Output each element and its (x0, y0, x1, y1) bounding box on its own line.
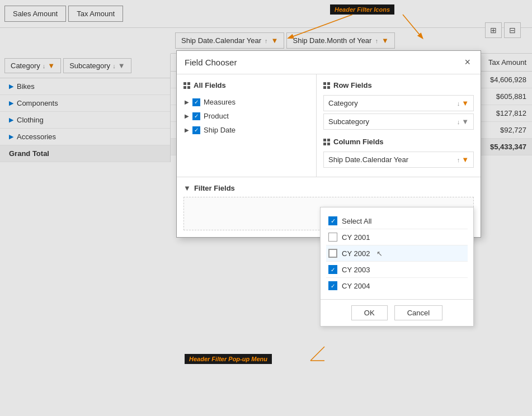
fc-all-fields-title: All Fields (183, 81, 309, 89)
fc-col-fields-section: Column Fields Ship Date.Calendar Year ↑ … (323, 138, 474, 168)
filter-label-cy2004: CY 2004 (342, 282, 370, 290)
sort-icon-rs: ↓ (457, 119, 460, 125)
pivot-area: Sales Amount Tax Amount Ship Date.Calend… (0, 0, 532, 416)
fc-row-subcategory-label: Subcategory (328, 117, 369, 126)
expand-tri-shipdate: ▶ (185, 127, 189, 133)
filter-label-cy2002: CY 2002 (342, 249, 370, 258)
fc-row-field-category[interactable]: Category ↓ ▼ (323, 95, 474, 111)
fc-col-shipdate-label: Ship Date.Calendar Year (328, 155, 408, 164)
fc-row-category-label: Category (328, 99, 358, 107)
filter-cb-cy2003[interactable]: ✓ (328, 265, 337, 274)
fc-row-subcategory-sort-filter: ↓ ▼ (457, 117, 469, 126)
fc-row-category-sort-filter: ↓ ▼ (457, 99, 469, 107)
fc-fields-right: Row Fields Category ↓ ▼ Subcategory ↓ (317, 74, 481, 177)
fc-header: Field Chooser × (177, 51, 481, 74)
fc-field-measures-label: Measures (204, 98, 236, 106)
filter-popup-inner: ✓ Select All CY 2001 CY 2002 ↖ ✓ CY 2003… (321, 207, 473, 299)
filter-ok-button[interactable]: OK (351, 305, 388, 320)
cursor-indicator: ↖ (376, 249, 383, 258)
fc-field-shipdate[interactable]: ▶ ✓ Ship Date (183, 123, 309, 137)
filter-cb-select-all[interactable]: ✓ (328, 216, 337, 225)
fc-cb-product[interactable]: ✓ (192, 112, 200, 120)
all-fields-grid-icon (183, 82, 190, 89)
fc-row-fields-title: Row Fields (323, 81, 474, 89)
expand-tri-measures: ▶ (185, 99, 189, 105)
filter-label-cy2001: CY 2001 (342, 233, 370, 242)
filter-popup-footer: OK Cancel (321, 299, 473, 326)
header-filter-popup-annotation: Header Filter Pop-up Menu (185, 354, 272, 364)
fc-field-product[interactable]: ▶ ✓ Product (183, 109, 309, 123)
fc-row-fields-section: Row Fields Category ↓ ▼ Subcategory ↓ (323, 81, 474, 130)
row-fields-grid-icon (323, 82, 330, 89)
fc-title: Field Chooser (185, 58, 237, 67)
sort-icon-rc: ↓ (457, 100, 460, 107)
sort-icon-cf: ↑ (457, 157, 460, 163)
fc-col-fields-title: Column Fields (323, 138, 474, 146)
filter-label-cy2003: CY 2003 (342, 266, 370, 274)
fc-col-field-shipdate-calendar-year[interactable]: Ship Date.Calendar Year ↑ ▼ (323, 152, 474, 168)
fc-filter-label: ▼ Filter Fields (183, 184, 474, 192)
fc-cb-measures[interactable]: ✓ (192, 98, 200, 106)
filter-icon-rs: ▼ (462, 117, 469, 126)
filter-popup: ✓ Select All CY 2001 CY 2002 ↖ ✓ CY 2003… (320, 207, 474, 327)
filter-icon-rc-active[interactable]: ▼ (462, 99, 469, 107)
fc-field-product-label: Product (204, 112, 229, 120)
fc-close-button[interactable]: × (462, 56, 473, 68)
fc-field-shipdate-label: Ship Date (204, 126, 236, 134)
filter-item-select-all[interactable]: ✓ Select All (326, 213, 468, 229)
filter-cancel-button[interactable]: Cancel (394, 305, 442, 320)
filter-item-cy2002[interactable]: CY 2002 ↖ (326, 245, 468, 262)
filter-icon-cf-active[interactable]: ▼ (462, 155, 469, 164)
fc-row-field-subcategory[interactable]: Subcategory ↓ ▼ (323, 114, 474, 130)
filter-cb-cy2004[interactable]: ✓ (328, 281, 337, 290)
fc-all-fields-panel: All Fields ▶ ✓ Measures ▶ ✓ Product ▶ ✓ … (177, 74, 317, 177)
expand-tri-product: ▶ (185, 113, 189, 119)
filter-item-cy2004[interactable]: ✓ CY 2004 (326, 278, 468, 294)
fc-body: All Fields ▶ ✓ Measures ▶ ✓ Product ▶ ✓ … (177, 74, 481, 177)
fc-field-measures[interactable]: ▶ ✓ Measures (183, 95, 309, 109)
fc-col-sort-filter: ↑ ▼ (457, 155, 469, 164)
filter-item-cy2003[interactable]: ✓ CY 2003 (326, 262, 468, 278)
filter-fields-funnel-icon: ▼ (183, 184, 191, 192)
filter-cb-cy2002[interactable] (328, 249, 337, 258)
filter-cb-cy2001[interactable] (328, 233, 337, 242)
col-fields-grid-icon (323, 139, 330, 145)
filter-item-cy2001[interactable]: CY 2001 (326, 229, 468, 245)
fc-cb-shipdate[interactable]: ✓ (192, 126, 200, 134)
filter-label-select-all: Select All (342, 217, 371, 225)
